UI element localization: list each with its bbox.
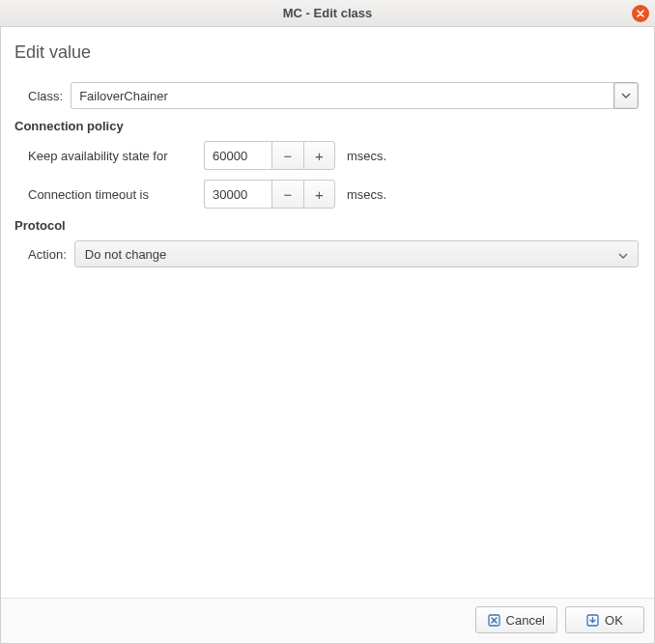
- close-icon: [636, 9, 645, 18]
- availability-label: Keep availability state for: [28, 149, 192, 163]
- section-connection-policy: Connection policy: [14, 119, 639, 133]
- availability-units: msecs.: [347, 149, 386, 163]
- availability-decrement-button[interactable]: −: [271, 141, 303, 170]
- dialog-footer: Cancel OK: [1, 598, 654, 643]
- timeout-increment-button[interactable]: +: [303, 180, 335, 209]
- ok-button-label: OK: [605, 613, 623, 628]
- page-title: Edit value: [14, 42, 639, 63]
- availability-row: Keep availability state for − + msecs.: [14, 141, 639, 170]
- class-input[interactable]: [71, 82, 613, 109]
- availability-increment-button[interactable]: +: [303, 141, 335, 170]
- cancel-button-label: Cancel: [506, 613, 545, 628]
- chevron-down-icon: [621, 93, 631, 98]
- timeout-units: msecs.: [347, 187, 386, 202]
- minus-icon: −: [284, 148, 293, 164]
- cancel-button[interactable]: Cancel: [475, 606, 557, 633]
- action-value: Do not change: [85, 247, 167, 262]
- availability-spin: − +: [204, 141, 335, 170]
- availability-input[interactable]: [204, 141, 271, 170]
- timeout-spin: − +: [204, 180, 335, 209]
- chevron-down-icon: [618, 247, 628, 262]
- cancel-icon: [488, 614, 500, 627]
- action-select[interactable]: Do not change: [74, 240, 639, 267]
- window-body: Edit value Class: Connection policy Keep…: [0, 27, 655, 644]
- window-title: MC - Edit class: [0, 6, 655, 20]
- class-combobox: [71, 82, 639, 109]
- class-dropdown-button[interactable]: [613, 82, 639, 109]
- ok-icon: [586, 614, 599, 627]
- window-close-button[interactable]: [632, 5, 649, 22]
- plus-icon: +: [315, 148, 324, 164]
- plus-icon: +: [315, 186, 324, 203]
- content-area: Edit value Class: Connection policy Keep…: [1, 27, 654, 598]
- ok-button[interactable]: OK: [565, 606, 644, 633]
- timeout-decrement-button[interactable]: −: [271, 180, 303, 209]
- class-row: Class:: [14, 82, 639, 109]
- action-label: Action:: [28, 247, 67, 262]
- svg-rect-0: [489, 615, 499, 626]
- timeout-row: Connection timeout is − + msecs.: [14, 180, 639, 209]
- svg-rect-1: [587, 615, 598, 626]
- timeout-label: Connection timeout is: [28, 187, 192, 202]
- minus-icon: −: [284, 186, 293, 203]
- action-row: Action: Do not change: [14, 240, 639, 267]
- titlebar: MC - Edit class: [0, 0, 655, 27]
- timeout-input[interactable]: [204, 180, 271, 209]
- class-label: Class:: [28, 89, 63, 103]
- section-protocol: Protocol: [14, 218, 639, 233]
